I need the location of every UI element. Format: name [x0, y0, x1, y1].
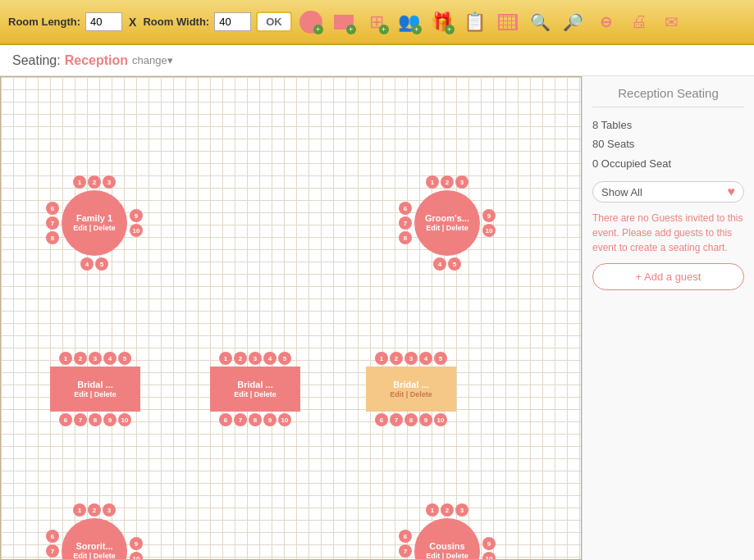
change-button[interactable]: change▾ — [132, 54, 173, 66]
sidebar-title: Reception Seating — [592, 86, 744, 107]
round-table-body[interactable]: Family 1 Edit | Delete — [62, 190, 127, 256]
table-label: Family 1 — [76, 212, 112, 224]
mail-icon: ✉ — [665, 12, 679, 32]
table-edit-delete[interactable]: Edit | Delete — [390, 390, 432, 400]
seat: 4 — [263, 352, 276, 365]
seat: 9 — [482, 209, 496, 222]
seat: 9 — [482, 537, 496, 550]
seat: 5 — [278, 352, 291, 365]
table-label: Bridal ... — [77, 379, 112, 390]
heart-icon: ♥ — [728, 184, 736, 199]
seat: 1 — [73, 503, 86, 517]
tables-count: 8 Tables — [592, 116, 744, 134]
seat: 7 — [46, 544, 59, 558]
room-width-input[interactable] — [214, 12, 251, 31]
search-tool[interactable]: 🔍 — [527, 8, 555, 36]
seat: 7 — [234, 413, 247, 426]
seat: 7 — [399, 544, 412, 558]
table-label: Bridal ... — [237, 379, 272, 390]
table-cousins[interactable]: 1 2 3 6 7 8 Cousins Edit | Delete 9 — [399, 503, 496, 560]
table-bridal2[interactable]: 1 2 3 4 5 Bridal ... Edit | Delete 6 7 8… — [210, 352, 300, 426]
add-table-tool[interactable]: ⊞ + — [363, 8, 391, 36]
ok-button[interactable]: OK — [256, 11, 292, 32]
seat: 6 — [219, 413, 232, 426]
round-table-body[interactable]: Cousins Edit | Delete — [414, 518, 480, 560]
plus-badge-rect: + — [346, 25, 356, 34]
seat: 6 — [375, 413, 388, 426]
plus-badge-gift: + — [445, 25, 455, 34]
table-edit-delete[interactable]: Edit | Delete — [426, 224, 468, 234]
seat: 8 — [46, 231, 59, 244]
mail-tool[interactable]: ✉ — [658, 8, 686, 36]
seat: 6 — [46, 530, 59, 543]
seat: 2 — [74, 352, 87, 365]
seat: 9 — [419, 413, 432, 426]
table-sororit[interactable]: 1 2 3 6 7 8 Sororit... Edit | Delete — [46, 503, 143, 560]
table-edit-delete[interactable]: Edit | Delete — [234, 390, 276, 400]
seat: 2 — [441, 503, 454, 517]
seating-grid[interactable]: 1 2 3 6 7 8 Family 1 Edit | Delete — [0, 76, 582, 560]
add-guest-button[interactable]: + Add a guest — [592, 263, 744, 290]
seat: 8 — [404, 413, 418, 426]
table-bridal1[interactable]: 1 2 3 4 5 Bridal ... Edit | Delete 6 7 8… — [50, 352, 140, 426]
round-table-body[interactable]: Groom's... Edit | Delete — [414, 190, 480, 256]
seat: 5 — [434, 352, 447, 365]
seat: 3 — [455, 175, 468, 189]
table-grooms[interactable]: 1 2 3 6 7 8 Groom's... Edit | Delete — [399, 175, 496, 271]
seating-label: Seating: — [12, 53, 61, 68]
rect-table-body[interactable]: Bridal ... Edit | Delete — [50, 367, 140, 412]
seat: 10 — [278, 413, 291, 426]
seat: 7 — [399, 216, 412, 230]
table-edit-delete[interactable]: Edit | Delete — [73, 224, 116, 234]
table-family1[interactable]: 1 2 3 6 7 8 Family 1 Edit | Delete — [46, 175, 143, 271]
seat: 9 — [263, 413, 276, 426]
seat: 9 — [130, 209, 143, 222]
add-people-tool[interactable]: 👥 + — [395, 8, 423, 36]
grid-toggle-tool[interactable] — [494, 8, 522, 36]
seat: 2 — [390, 352, 403, 365]
seat: 3 — [455, 503, 468, 517]
add-circle-tool[interactable]: + — [297, 8, 325, 36]
room-length-input[interactable] — [85, 12, 122, 31]
seat: 3 — [249, 352, 262, 365]
seating-header: Seating: Reception change▾ — [0, 45, 754, 76]
seat: 7 — [46, 216, 59, 230]
table-label: Cousins — [429, 540, 464, 552]
seat: 9 — [103, 413, 117, 426]
seat: 10 — [482, 552, 496, 560]
print-icon: 🖨 — [631, 12, 647, 31]
seating-name: Reception — [65, 53, 128, 68]
print-tool[interactable]: 🖨 — [625, 8, 653, 36]
seat: 9 — [130, 537, 143, 550]
table-label: Groom's... — [425, 212, 469, 224]
table-bridal3[interactable]: 1 2 3 4 5 Bridal ... Edit | Delete 6 7 8… — [366, 352, 456, 426]
seat: 2 — [234, 352, 247, 365]
table-edit-delete[interactable]: Edit | Delete — [73, 552, 116, 560]
room-width-label: Room Width: — [143, 16, 209, 28]
sidebar-stats: 8 Tables 80 Seats 0 Occupied Seat — [592, 116, 744, 173]
seat: 10 — [482, 224, 496, 237]
seat: 4 — [433, 257, 446, 271]
seat: 1 — [219, 352, 232, 365]
add-gift-tool[interactable]: 🎁 + — [428, 8, 456, 36]
zoom-out-tool[interactable]: ⊖ — [592, 8, 620, 36]
seat: 4 — [419, 352, 432, 365]
table-edit-delete[interactable]: Edit | Delete — [426, 552, 468, 560]
show-all-container[interactable]: Show All ♥ — [592, 181, 744, 203]
seat: 2 — [88, 503, 101, 517]
seat: 8 — [249, 413, 262, 426]
seat: 1 — [73, 175, 86, 189]
seat: 3 — [404, 352, 418, 365]
table-edit-delete[interactable]: Edit | Delete — [74, 390, 117, 400]
rect-table-body[interactable]: Bridal ... Edit | Delete — [366, 367, 456, 412]
seat: 8 — [89, 413, 102, 426]
x-separator: X — [129, 16, 136, 29]
zoom-in-tool[interactable]: 🔎 — [560, 8, 587, 36]
round-table-body[interactable]: Sororit... Edit | Delete — [62, 518, 127, 560]
add-rect-tool[interactable]: + — [330, 8, 358, 36]
seat: 8 — [399, 231, 412, 244]
show-all-label: Show All — [601, 186, 724, 198]
rect-table-body[interactable]: Bridal ... Edit | Delete — [210, 367, 300, 412]
grid-tool[interactable]: 📋 — [461, 8, 489, 36]
seat: 4 — [103, 352, 117, 365]
